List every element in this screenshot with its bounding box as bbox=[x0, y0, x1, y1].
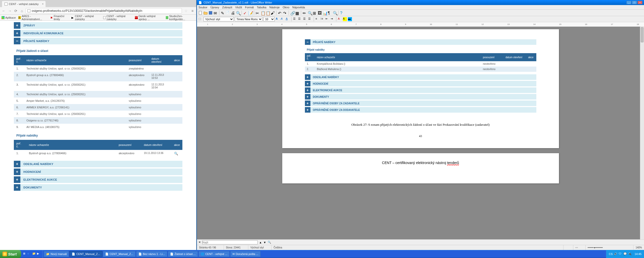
taskbar-item[interactable]: 📄CENT_Manual_Z... bbox=[103, 251, 136, 257]
bold-icon[interactable]: A bbox=[276, 17, 280, 21]
indent-dec-icon[interactable]: ⇤ bbox=[326, 17, 330, 21]
find-input[interactable] bbox=[202, 240, 258, 244]
taskbar-item[interactable]: 📄Bez názvu 1 - Li... bbox=[136, 251, 167, 257]
menu-button[interactable]: ≡ bbox=[190, 9, 195, 13]
apps-button[interactable]: Aplikace bbox=[2, 16, 16, 19]
bookmark-item[interactable]: CENT - veřejné zakázky bbox=[103, 15, 132, 21]
bookmark-item[interactable]: ✖Finanční limity bbox=[50, 15, 69, 21]
align-right-icon[interactable]: ☰ bbox=[303, 17, 307, 21]
menu-upravy[interactable]: Úpravy bbox=[210, 6, 219, 9]
paragraph-style-select[interactable]: Výchozí styl bbox=[204, 17, 234, 21]
accordion-prijate-nabidky[interactable]: −PŘIJATÉ NABÍDKY bbox=[14, 38, 182, 44]
tray-icon[interactable]: 💬 bbox=[623, 252, 627, 256]
tray-icon[interactable]: 🔌 bbox=[628, 252, 632, 256]
align-left-icon[interactable]: ☰ bbox=[293, 17, 297, 21]
accordion-aukce[interactable]: +ELEKTRONICKÉ AUKCE bbox=[14, 176, 182, 183]
taskbar-item[interactable]: 🌐CENT - veřejné ... bbox=[198, 251, 230, 257]
tray-icon[interactable]: 🛡 bbox=[619, 252, 622, 256]
menu-format[interactable]: Formát bbox=[245, 6, 254, 9]
ie-icon[interactable]: e bbox=[27, 252, 31, 256]
status-zoom[interactable]: 140% bbox=[633, 245, 642, 250]
underline-icon[interactable]: A bbox=[286, 17, 290, 21]
autospell-icon[interactable]: 📝 bbox=[248, 11, 252, 15]
italic-icon[interactable]: A bbox=[281, 17, 285, 21]
scroll-thumb[interactable] bbox=[641, 27, 643, 42]
email-icon[interactable]: ✉ bbox=[214, 11, 218, 15]
lang-indicator[interactable]: CS bbox=[609, 252, 613, 255]
font-color-icon[interactable]: A bbox=[338, 17, 342, 21]
taskbar-item[interactable]: ✉Doručená pošta ... bbox=[230, 251, 261, 257]
edit-icon[interactable]: ✎ bbox=[221, 11, 225, 15]
print-icon[interactable]: 🖨 bbox=[231, 11, 235, 15]
forward-button[interactable]: → bbox=[8, 9, 12, 13]
spellcheck-icon[interactable]: ✓ bbox=[243, 11, 247, 15]
taskbar-item[interactable]: 📄Žádost o účast.... bbox=[168, 251, 198, 257]
align-center-icon[interactable]: ☰ bbox=[298, 17, 302, 21]
vertical-scrollbar[interactable] bbox=[640, 27, 644, 239]
menu-vlozit[interactable]: Vložit bbox=[235, 6, 242, 9]
taskbar-item[interactable]: 📄CENT_Manual_Z... bbox=[69, 251, 102, 257]
help-icon[interactable]: ? bbox=[340, 11, 344, 15]
reload-button[interactable]: ⟳ bbox=[14, 9, 18, 13]
taskbar-item[interactable]: 📁Nový manuál bbox=[44, 251, 69, 257]
bookmark-item[interactable]: StudioZen-konfiguráto... bbox=[166, 15, 195, 21]
maximize-button[interactable]: □ bbox=[632, 1, 637, 4]
numbering-icon[interactable]: ≡ bbox=[315, 17, 319, 21]
align-justify-icon[interactable]: ☰ bbox=[308, 17, 312, 21]
find-next-icon[interactable]: ▼ bbox=[263, 241, 266, 244]
horizontal-ruler[interactable]: 123456789101112131415161718 bbox=[197, 22, 644, 27]
nonprint-icon[interactable]: ¶ bbox=[328, 11, 332, 15]
new-icon[interactable] bbox=[198, 11, 203, 15]
back-button[interactable]: ← bbox=[2, 9, 6, 13]
zoom-slider[interactable]: ━━━━●━━━━━ bbox=[585, 245, 626, 250]
home-button[interactable]: ⌂ bbox=[20, 9, 24, 13]
view-layout-icons[interactable]: ▫▫▫ bbox=[573, 245, 578, 250]
explorer-icon[interactable]: 📁 bbox=[32, 252, 36, 256]
find-prev-icon[interactable]: ▲ bbox=[259, 241, 262, 244]
close-tab-icon[interactable]: × bbox=[42, 2, 44, 6]
cut-icon[interactable]: ✂ bbox=[256, 11, 260, 15]
minimize-button[interactable]: _ bbox=[626, 1, 631, 4]
font-name-select[interactable]: Times New Roman bbox=[235, 17, 262, 21]
font-size-select[interactable]: 10 bbox=[263, 17, 275, 21]
document-area[interactable]: −PŘIJATÉ NABÍDKY Přijaté nabídky poř. č.… bbox=[197, 27, 644, 239]
indent-inc-icon[interactable]: ⇥ bbox=[331, 17, 335, 21]
accordion-hodnoceni[interactable]: +HODNOCENÍ bbox=[14, 169, 182, 175]
bg-color-icon[interactable]: ▬ bbox=[348, 17, 352, 21]
gallery-icon[interactable]: 🖼 bbox=[318, 11, 322, 15]
show-desktop-icon[interactable]: 🖥 bbox=[23, 252, 27, 256]
table-icon[interactable]: ▦ bbox=[295, 11, 299, 15]
undo-icon[interactable]: ↶ bbox=[278, 11, 282, 15]
accordion-dokumenty[interactable]: +DOKUMENTY bbox=[14, 184, 182, 191]
tray-icon[interactable]: 🔊 bbox=[614, 252, 617, 256]
media-icon[interactable]: ▶ bbox=[37, 252, 41, 256]
menu-soubor[interactable]: Soubor bbox=[198, 6, 207, 9]
menu-napoveda[interactable]: Nápověda bbox=[292, 6, 305, 9]
show-draw-icon[interactable]: ✏ bbox=[303, 11, 307, 15]
find-icon[interactable]: 🔍 bbox=[308, 11, 312, 15]
pdf-icon[interactable]: 📄 bbox=[226, 11, 230, 15]
redo-icon[interactable]: ↷ bbox=[283, 11, 287, 15]
bookmark-item[interactable]: AARES - Administrativní... bbox=[18, 15, 48, 21]
menu-tabulka[interactable]: Tabulka bbox=[257, 6, 266, 9]
accordion-zpravy[interactable]: +ZPRÁVY bbox=[14, 22, 182, 29]
hyperlink-icon[interactable]: 🔗 bbox=[290, 11, 294, 15]
close-find-icon[interactable]: ✕ bbox=[198, 241, 201, 244]
bookmark-item[interactable]: DVSDeník veřejné správy ... bbox=[135, 15, 163, 21]
format-paint-icon[interactable]: 🖌 bbox=[271, 11, 275, 15]
styles-icon[interactable]: ⬚ bbox=[198, 17, 203, 21]
paste-icon[interactable]: 📋 bbox=[266, 11, 270, 15]
menu-nastroje[interactable]: Nástroje bbox=[269, 6, 280, 9]
zoom-icon[interactable]: 🔍 bbox=[333, 11, 337, 15]
close-button[interactable]: × bbox=[637, 1, 642, 4]
find-all-icon[interactable]: 🔍 bbox=[268, 241, 271, 244]
highlight-icon[interactable]: A bbox=[343, 17, 347, 21]
bookmark-item[interactable]: ▶CENT - veřejné zakázky bbox=[71, 15, 101, 21]
bookmark-star-icon[interactable]: ☆ bbox=[183, 9, 189, 13]
navigator-icon[interactable]: ⊞ bbox=[313, 11, 317, 15]
clock[interactable]: 14:45 bbox=[633, 252, 641, 255]
menu-zobrazit[interactable]: Zobrazit bbox=[222, 6, 232, 9]
accordion-individualni[interactable]: +INDIVIDUÁLNÍ KOMUNIKACE bbox=[14, 30, 182, 37]
open-icon[interactable] bbox=[204, 11, 208, 15]
accordion-odeslane[interactable]: +ODESLANÉ NABÍDKY bbox=[14, 161, 182, 167]
